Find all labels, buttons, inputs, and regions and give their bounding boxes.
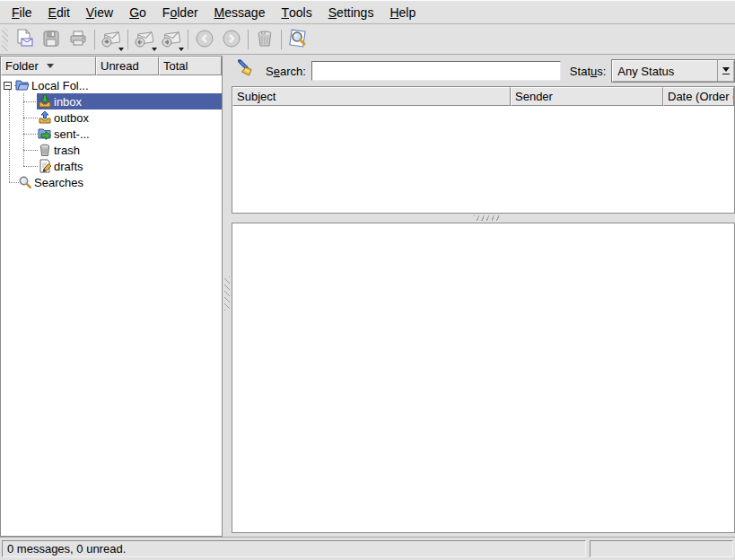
menu-help[interactable]: Help xyxy=(381,1,424,23)
menu-folder[interactable]: Folder xyxy=(154,1,206,23)
kmail-window: File Edit View Go Folder Message Tools S… xyxy=(0,0,735,560)
new-message-icon xyxy=(13,28,35,52)
toolbar-separator xyxy=(127,30,128,49)
tree-row-local-folders[interactable]: Local Fol... xyxy=(1,77,222,93)
statusbar: 0 messages, 0 unread. xyxy=(0,537,735,560)
menu-tools[interactable]: Tools xyxy=(273,1,319,23)
new-message-button[interactable] xyxy=(11,27,38,52)
splitter-grip xyxy=(224,276,230,311)
folder-tree[interactable]: Local Fol... inbox outbox xyxy=(1,75,222,536)
tree-row-label: outbox xyxy=(54,111,89,125)
clear-search-button[interactable] xyxy=(235,59,258,83)
menu-settings[interactable]: Settings xyxy=(320,1,382,23)
forward-nav-icon xyxy=(221,28,242,52)
combo-dropdown-button[interactable] xyxy=(717,60,734,82)
folder-pane: Folder Unread Total xyxy=(0,56,223,537)
tree-row-label: trash xyxy=(54,144,80,157)
trash-folder-icon xyxy=(38,143,52,157)
forward-button[interactable] xyxy=(158,27,185,52)
statusbar-right-section xyxy=(590,540,733,557)
sent-mail-icon xyxy=(38,127,52,141)
column-header-subject[interactable]: Subject xyxy=(232,87,511,106)
trash-button[interactable] xyxy=(251,27,278,52)
trash-icon xyxy=(254,28,276,52)
column-header-sender[interactable]: Sender xyxy=(511,87,663,106)
right-column: Search: Status: Any Status Subject Sende… xyxy=(232,56,735,537)
broom-icon xyxy=(235,58,258,84)
tree-row-label: drafts xyxy=(54,160,83,173)
search-input[interactable] xyxy=(311,61,561,81)
message-preview-pane[interactable] xyxy=(232,223,735,533)
tree-row-outbox[interactable]: outbox xyxy=(1,109,222,126)
forward-dropdown-caret[interactable] xyxy=(179,48,184,51)
toolbar-separator xyxy=(248,30,249,49)
save-button[interactable] xyxy=(38,27,65,52)
tree-row-drafts[interactable]: drafts xyxy=(1,158,222,174)
collapse-expander-icon[interactable] xyxy=(4,82,12,90)
menu-view[interactable]: View xyxy=(78,1,121,23)
menu-message[interactable]: Message xyxy=(206,1,274,23)
folder-list-header: Folder Unread Total xyxy=(1,57,222,75)
find-messages-icon xyxy=(286,27,310,53)
toolbar-separator xyxy=(281,30,282,49)
status-combo[interactable]: Any Status xyxy=(611,59,735,83)
splitter-grip xyxy=(474,215,501,221)
column-header-date[interactable]: Date (Order o xyxy=(663,87,734,106)
column-header-total[interactable]: Total xyxy=(159,57,222,75)
column-header-unread[interactable]: Unread xyxy=(96,57,159,75)
tree-row-label: Local Fol... xyxy=(31,79,89,92)
vertical-splitter[interactable] xyxy=(223,56,232,537)
statusbar-message-count: 0 messages, 0 unread. xyxy=(2,540,586,557)
combo-arrow-bar xyxy=(722,74,730,74)
horizontal-splitter[interactable] xyxy=(232,214,735,223)
search-label: Search: xyxy=(266,65,306,78)
tree-row-searches[interactable]: Searches xyxy=(1,174,222,190)
print-icon xyxy=(68,29,88,51)
tree-row-label: sent-... xyxy=(54,127,90,141)
column-header-subject-label: Subject xyxy=(237,90,276,103)
check-mail-button[interactable] xyxy=(98,27,125,52)
statusbar-text: 0 messages, 0 unread. xyxy=(7,542,126,556)
column-header-sender-label: Sender xyxy=(515,90,553,103)
toolbar-separator xyxy=(94,30,95,49)
column-header-unread-label: Unread xyxy=(101,59,139,73)
reply-button[interactable] xyxy=(131,27,158,52)
column-header-date-label: Date (Order o xyxy=(668,90,734,103)
reply-dropdown-caret[interactable] xyxy=(152,48,157,51)
menu-go[interactable]: Go xyxy=(121,1,154,23)
column-header-folder-label: Folder xyxy=(5,59,39,73)
save-icon xyxy=(41,29,61,51)
open-folder-icon xyxy=(15,78,30,92)
column-header-folder[interactable]: Folder xyxy=(1,57,96,75)
status-combo-value: Any Status xyxy=(612,65,717,78)
menubar: File Edit View Go Folder Message Tools S… xyxy=(0,0,735,24)
column-header-total-label: Total xyxy=(163,59,188,73)
chevron-down-icon xyxy=(722,67,730,72)
forward-nav-button[interactable] xyxy=(218,27,245,52)
search-folder-icon xyxy=(18,175,32,189)
back-icon xyxy=(194,28,215,52)
tree-row-sent-mail[interactable]: sent-... xyxy=(1,126,222,142)
tree-row-inbox[interactable]: inbox xyxy=(1,93,222,109)
tree-row-label: inbox xyxy=(54,95,82,109)
toolbar-separator xyxy=(188,30,188,49)
menu-file[interactable]: File xyxy=(4,1,40,23)
menu-edit[interactable]: Edit xyxy=(40,1,78,23)
status-label: Status: xyxy=(570,65,607,78)
message-list-header: Subject Sender Date (Order o xyxy=(232,87,734,106)
find-messages-button[interactable] xyxy=(284,27,311,52)
toolbar-drag-handle[interactable] xyxy=(2,28,8,51)
drafts-icon xyxy=(38,159,52,173)
print-button[interactable] xyxy=(65,27,92,52)
tree-row-trash[interactable]: trash xyxy=(1,142,222,158)
check-mail-dropdown-caret[interactable] xyxy=(118,48,124,51)
search-bar: Search: Status: Any Status xyxy=(232,56,735,86)
tree-row-label: Searches xyxy=(34,176,83,189)
outbox-icon xyxy=(38,110,52,125)
sort-arrow-icon xyxy=(47,64,54,68)
back-button[interactable] xyxy=(191,27,218,52)
inbox-icon xyxy=(38,94,52,109)
toolbar xyxy=(0,25,735,55)
message-list[interactable]: Subject Sender Date (Order o xyxy=(232,86,735,214)
